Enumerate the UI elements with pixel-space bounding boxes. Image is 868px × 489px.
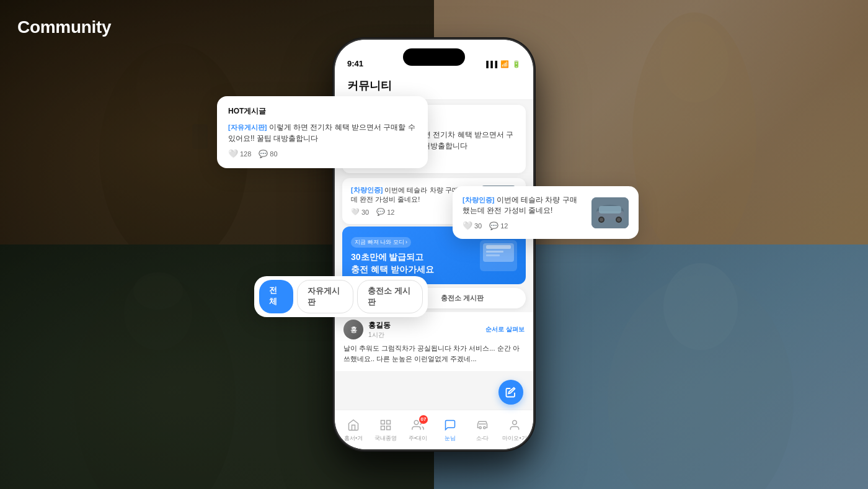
svg-point-35	[479, 426, 481, 428]
svg-point-3	[632, 12, 756, 244]
svg-point-4	[660, 22, 728, 102]
svg-rect-17	[599, 206, 621, 213]
car-card-image	[591, 197, 629, 228]
svg-point-37	[513, 420, 517, 424]
dynamic-island	[403, 48, 465, 66]
nav-badge: 07	[419, 415, 428, 424]
nav-home-label: 홈서•겨	[344, 434, 363, 442]
svg-rect-27	[486, 245, 511, 249]
status-icons: ▐▐▐ 📶 🔋	[484, 60, 521, 68]
svg-rect-2	[192, 124, 208, 149]
phone-post-item[interactable]: 홍 홍길동 1시간 순서로 살펴보 날이 추워도 그럼직차가 공실됩니다 차가 …	[335, 312, 533, 371]
like-stat: 🤍 128	[228, 149, 251, 158]
post-action[interactable]: 순서로 살펴보	[485, 325, 525, 334]
battery-icon: 🔋	[512, 60, 521, 68]
like-count: 128	[240, 150, 251, 158]
hot-card-text: [자유게시판] 이렇게 하면 전기차 혜택 받으면서 구매할 수 있어요!! 꿀…	[228, 122, 417, 144]
home-icon	[346, 418, 361, 433]
car-like-count: 30	[474, 222, 482, 230]
comment-stat: 💬 80	[259, 150, 277, 158]
nav-brand[interactable]: 국내종영	[370, 418, 402, 442]
post-text: 날이 추워도 그럼직차가 공실됩니다 차가 서비스... 순간 아쓰했네요.. …	[343, 343, 525, 364]
svg-point-5	[74, 276, 236, 489]
car-card-stats: 🤍 30 💬 12	[463, 221, 584, 230]
phone-car-comments: 💬 12	[376, 208, 394, 216]
phone-car-tag: [차량인증]	[351, 186, 383, 194]
nav-message-label: 눈님	[445, 434, 456, 442]
car-icon	[475, 418, 490, 433]
comment-count: 80	[270, 150, 277, 158]
svg-rect-30	[381, 420, 385, 424]
tab-all[interactable]: 전체	[259, 280, 293, 313]
wifi-icon: 📶	[500, 60, 509, 68]
phone-tab-charging[interactable]: 충전소 게시판	[432, 290, 492, 307]
svg-point-6	[124, 276, 192, 350]
car-card-text: [차량인증] 이번에 테슬라 차량 구매했는데 완전 가성비 줄네요!	[463, 195, 584, 216]
post-time: 1시간	[368, 331, 391, 339]
car-card-tag: [차량인증]	[463, 196, 494, 204]
svg-rect-28	[486, 251, 503, 253]
hot-card-stats: 🤍 128 💬 80	[228, 149, 417, 158]
car-comment-icon: 💬	[489, 222, 498, 230]
svg-point-14	[600, 218, 603, 222]
hot-card-title: HOT게시글	[228, 106, 417, 117]
svg-point-36	[484, 426, 485, 428]
banner-image	[480, 240, 517, 271]
car-comment-count: 12	[500, 222, 508, 230]
svg-point-34	[414, 420, 418, 424]
svg-rect-32	[381, 426, 385, 429]
svg-rect-31	[387, 420, 391, 424]
app-header-title: 커뮤니티	[347, 79, 392, 92]
floating-tabs-card: 전체 자유게시판 충전소 게시판	[254, 276, 428, 317]
signal-icon: ▐▐▐	[484, 61, 497, 68]
svg-rect-29	[486, 254, 500, 256]
comment-icon: 💬	[259, 150, 268, 158]
car-comment-stat: 💬 12	[489, 222, 508, 230]
tab-charging[interactable]: 충전소 게시판	[357, 280, 423, 313]
heart-icon: 🤍	[228, 149, 238, 158]
car-heart-icon: 🤍	[463, 221, 472, 230]
tab-free[interactable]: 자유게시판	[297, 280, 353, 313]
banner-badge: 지금 빠져 나와 모디 ›	[351, 237, 411, 248]
svg-point-9	[663, 263, 738, 350]
nav-profile[interactable]: 마이오•기	[498, 418, 531, 442]
phone-car-heart: 🤍	[351, 208, 360, 216]
nav-message[interactable]: 눈님	[434, 418, 466, 442]
floating-car-card: [차량인증] 이번에 테슬라 차량 구매했는데 완전 가성비 줄네요! 🤍 30…	[453, 186, 639, 239]
post-username: 홍길동	[368, 320, 391, 331]
svg-point-1	[136, 43, 211, 130]
phone-car-comment: 💬	[376, 208, 385, 216]
post-user-info: 홍길동 1시간	[368, 320, 391, 339]
person-icon	[507, 418, 522, 433]
svg-point-8	[608, 276, 794, 489]
nav-profile-label: 마이오•기	[502, 434, 526, 442]
nav-community[interactable]: 07 주•대이	[402, 418, 434, 442]
svg-rect-33	[387, 426, 391, 429]
nav-brand-label: 국내종영	[374, 434, 397, 442]
post-header: 홍 홍길동 1시간 순서로 살펴보	[343, 320, 525, 339]
status-time: 9:41	[347, 59, 363, 68]
nav-car[interactable]: 소-다	[466, 418, 498, 442]
page-title: Community	[17, 17, 111, 37]
hot-card-tag: [자유게시판]	[228, 123, 267, 131]
fab-write-button[interactable]	[498, 380, 523, 405]
car-like-stat: 🤍 30	[463, 221, 482, 230]
message-icon	[443, 418, 458, 433]
svg-point-7	[133, 272, 183, 310]
car-card-content: [차량인증] 이번에 테슬라 차량 구매했는데 완전 가성비 줄네요! 🤍 30…	[463, 195, 584, 230]
post-avatar: 홍	[343, 320, 363, 339]
community-icon: 07	[410, 418, 425, 433]
post-user: 홍 홍길동 1시간	[343, 320, 391, 339]
svg-point-16	[617, 218, 621, 222]
nav-community-label: 주•대이	[409, 434, 427, 442]
nav-home[interactable]: 홈서•겨	[337, 418, 370, 442]
floating-hot-card: HOT게시글 [자유게시판] 이렇게 하면 전기차 혜택 받으면서 구매할 수 …	[217, 96, 428, 168]
phone-car-likes: 🤍 30	[351, 208, 369, 216]
grid-icon	[378, 418, 393, 433]
bottom-nav: 홈서•겨 국내종영 07	[335, 410, 533, 449]
nav-car-label: 소-다	[476, 434, 489, 442]
